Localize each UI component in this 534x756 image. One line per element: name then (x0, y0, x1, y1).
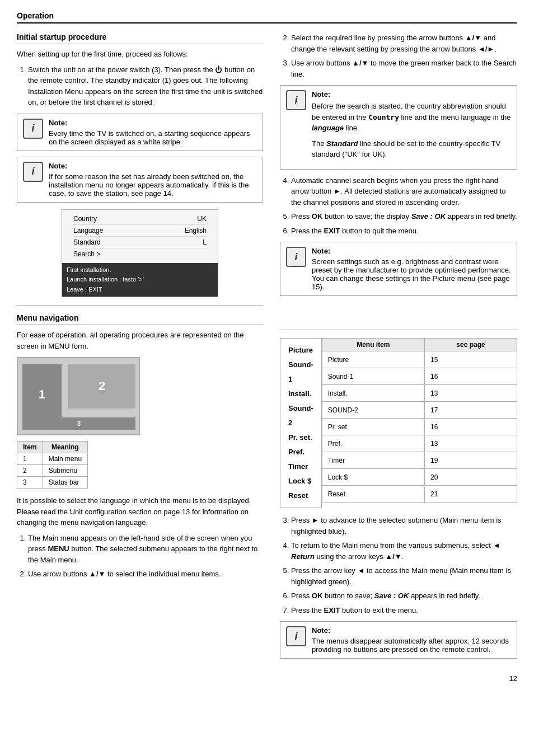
menu-nav-intro: For ease of operation, all operating pro… (17, 330, 263, 351)
table-row: Sound-116 (322, 368, 517, 385)
menu-items-col: Picture Sound-1 Install. Sound-2 Pr. set… (280, 338, 322, 508)
table-row: Reset21 (322, 486, 517, 503)
table-row: Install.13 (322, 385, 517, 402)
note3-title: Note: (312, 90, 511, 98)
table-row: 2 Submenu (17, 465, 88, 477)
install-row-country: CountryUK (73, 213, 207, 225)
col-meaning: Meaning (43, 442, 87, 453)
tv-zone-submenu: 2 (68, 364, 135, 408)
menu-nav-title: Menu navigation (17, 313, 263, 325)
note2-text: If for some reason the set has already b… (49, 172, 249, 198)
table-row: Lock $20 (322, 469, 517, 486)
note1-text: Every time the TV is switched on, a star… (49, 129, 250, 146)
note4-text: Screen settings such as e.g. brightness … (312, 257, 511, 291)
page-number: 12 (17, 670, 517, 683)
right-column: Select the required line by pressing the… (280, 32, 517, 664)
menu-nav-table: Menu item see page Picture15 Sound-116 I… (322, 338, 517, 503)
install-footer: First installation. Launch installation … (62, 263, 218, 297)
table-row: Picture15 (322, 351, 517, 368)
tv-screen-mock: 1 2 3 (17, 357, 140, 435)
note2-title: Note: (49, 162, 257, 170)
menu-step-4: To return to the Main menu from the vari… (291, 540, 517, 562)
table-row: Pr. set16 (322, 419, 517, 435)
item-meaning-table: Item Meaning 1 Main menu 2 Submenu 3 Sta… (17, 441, 88, 489)
note-box-2: i Note: If for some reason the set has a… (17, 157, 263, 203)
menu-nav-table-section: Picture Sound-1 Install. Sound-2 Pr. set… (280, 338, 517, 508)
note-icon-5: i (286, 626, 306, 646)
lang-note: It is possible to select the language in… (17, 495, 263, 528)
col-item: Item (17, 442, 43, 453)
menu-step-5: Press the arrow key ◄ to access the Main… (291, 565, 517, 587)
startup-step-4: Automatic channel search begins when you… (291, 175, 517, 208)
section-title-main: Operation (17, 11, 54, 20)
note3-line-1: Before the search is started, the countr… (312, 101, 511, 134)
note3-line-2: The Standard line should be set to the c… (312, 138, 511, 160)
table-row: Pref.13 (322, 435, 517, 452)
note5-text: The menus disappear automatically after … (312, 637, 509, 654)
startup-step-3: Use arrow buttons ▲/▼ to move the green … (291, 58, 517, 79)
page-header: Operation (17, 11, 517, 24)
tv-zone-main-menu: 1 (22, 364, 62, 425)
note5-title: Note: (312, 626, 511, 635)
initial-startup-intro: When setting up for the first time, proc… (17, 49, 263, 60)
initial-startup-title: Initial startup procedure (17, 32, 263, 44)
note-box-4: i Note: Screen settings such as e.g. bri… (280, 242, 517, 296)
step-1: Switch the unit on at the power switch (… (28, 64, 263, 108)
install-screen: CountryUK LanguageEnglish StandardL Sear… (62, 209, 218, 298)
table-row: 3 Status bar (17, 477, 88, 489)
menu-step-2: Use arrow buttons ▲/▼ to select the indi… (28, 569, 263, 580)
note-icon-3: i (286, 90, 306, 110)
install-row-search: Search > (73, 248, 207, 260)
menu-step-1: The Main menu appears on the left-hand s… (28, 533, 263, 566)
menu-nav-col-page: see page (424, 339, 517, 351)
table-row: Timer19 (322, 452, 517, 469)
note-box-5: i Note: The menus disappear automaticall… (280, 621, 517, 659)
menu-step-6: Press OK button to save; Save : OK appea… (291, 590, 517, 602)
startup-step-6: Press the EXIT button to quit the menu. (291, 226, 517, 237)
table-row: SOUND-217 (322, 402, 517, 419)
menu-nav-col-item: Menu item (322, 339, 424, 351)
menu-step-7: Press the EXIT button to exit the menu. (291, 605, 517, 616)
note-icon-4: i (286, 247, 306, 267)
left-column: Initial startup procedure When setting u… (17, 32, 263, 664)
note-icon-2: i (23, 162, 43, 182)
menu-step-3: Press ► to advance to the selected subme… (291, 515, 517, 537)
install-row-standard: StandardL (73, 237, 207, 248)
note1-title: Note: (49, 119, 257, 127)
note-box-1: i Note: Every time the TV is switched on… (17, 114, 263, 151)
install-row-language: LanguageEnglish (73, 225, 207, 237)
tv-zone-status: 3 (22, 417, 135, 430)
note4-title: Note: (312, 247, 511, 255)
note-icon-1: i (23, 119, 43, 139)
startup-step-5: Press OK button to save; the display Sav… (291, 211, 517, 222)
startup-step-2: Select the required line by pressing the… (291, 32, 517, 54)
table-row: 1 Main menu (17, 453, 88, 465)
menu-nav-wrap: Picture Sound-1 Install. Sound-2 Pr. set… (280, 338, 517, 508)
note-box-3: i Note: Before the search is started, th… (280, 85, 517, 170)
